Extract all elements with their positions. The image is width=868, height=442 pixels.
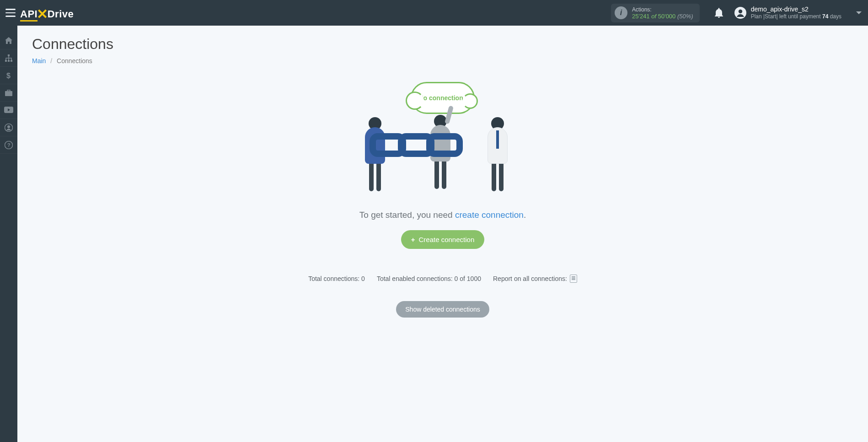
cloud-text: No connections [418,94,466,102]
avatar-icon[interactable] [734,7,746,19]
user-block[interactable]: demo_apix-drive_s2 Plan |Start| left unt… [751,5,841,20]
user-name: demo_apix-drive_s2 [751,5,841,13]
stats-row: Total connections: 0 Total enabled conne… [32,275,853,283]
logo-text-drive: Drive [48,8,74,20]
plus-icon: + [411,236,415,243]
user-plan: Plan |Start| left until payment 74 days [751,13,841,20]
main-content: Connections Main / Connections No connec… [17,26,868,442]
chain-icon [370,133,455,157]
create-button-label: Create connection [419,236,475,243]
sidebar-item-help[interactable]: ? [0,136,17,154]
stat-enabled: Total enabled connections: 0 of 1000 [377,275,481,282]
svg-rect-7 [5,91,12,96]
chevron-down-icon[interactable] [855,9,863,16]
empty-state: No connections [32,78,853,318]
actions-used: 25'241 [632,13,650,20]
show-deleted-button[interactable]: Show deleted connections [396,301,489,318]
document-icon [570,275,577,283]
sidebar-item-account[interactable] [0,119,17,136]
empty-illustration: No connections [365,78,520,197]
sidebar-item-home[interactable] [0,32,17,49]
svg-point-10 [7,125,10,128]
logo-text-api: API [20,8,38,22]
breadcrumb-main[interactable]: Main [32,57,46,65]
svg-point-1 [738,10,742,13]
menu-toggle[interactable] [5,8,16,18]
breadcrumb-current: Connections [57,57,92,65]
info-icon: i [615,6,627,19]
actions-percent: (50%) [677,13,693,20]
actions-total: 50'000 [658,13,676,20]
logo[interactable]: API ✕ Drive [20,5,74,22]
illustration-person-1 [361,117,389,199]
breadcrumb-separator: / [50,57,52,65]
sidebar-item-briefcase[interactable] [0,84,17,102]
starter-text: To get started, you need create connecti… [32,210,853,220]
cloud-bubble: No connections [411,82,475,114]
svg-rect-4 [8,60,10,62]
actions-box[interactable]: i Actions: 25'241 of 50'000 (50%) [611,4,700,22]
svg-rect-5 [11,60,12,62]
actions-of: of [651,13,656,20]
report-label: Report on all connections: [493,275,567,282]
create-connection-button[interactable]: + Create connection [401,230,485,249]
sidebar: $ ? [0,26,17,442]
actions-label: Actions: [632,6,693,13]
page-title: Connections [32,36,853,53]
logo-x-icon: ✕ [37,6,48,22]
actions-text: Actions: 25'241 of 50'000 (50%) [632,6,693,20]
sidebar-item-video[interactable] [0,102,17,119]
create-connection-link[interactable]: create connection [455,210,524,220]
svg-rect-2 [8,54,10,56]
topbar: API ✕ Drive i Actions: 25'241 of 50'000 … [0,0,868,26]
svg-text:?: ? [7,142,11,148]
bell-icon[interactable] [714,8,723,18]
breadcrumb: Main / Connections [32,57,853,65]
sidebar-item-connections[interactable] [0,49,17,67]
svg-rect-3 [5,60,7,62]
stat-total: Total connections: 0 [308,275,365,282]
sidebar-item-billing[interactable]: $ [0,67,17,84]
svg-text:$: $ [6,72,11,80]
report-link[interactable]: Report on all connections: [493,275,577,283]
illustration-person-3 [484,117,511,199]
